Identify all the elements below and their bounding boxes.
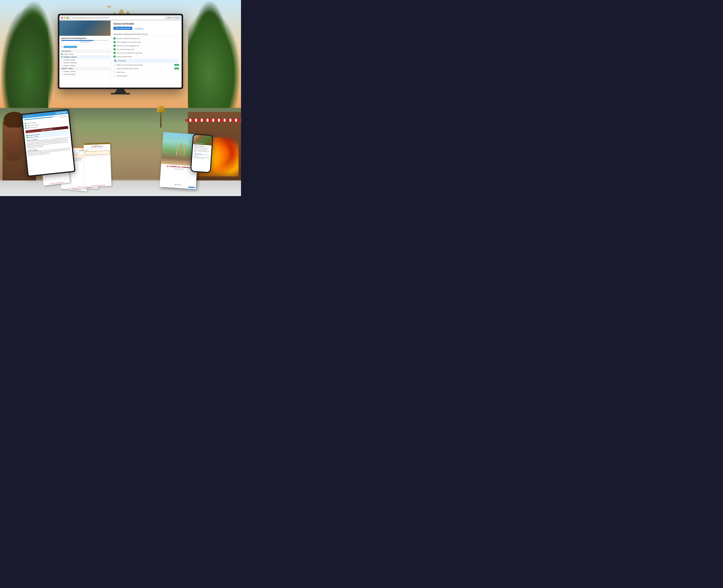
your-instructor-section: Your Instructor [59,50,111,53]
start-next-row: Start next lecture ▶ #AStoryADay [113,27,179,31]
ipad-nav-buttons: Complete and continue [55,111,67,114]
check-icon-works: ✓ [113,48,116,50]
iphone-hero-image: El Parque del Retiro [193,135,212,146]
lesson-check-c9-1 [61,70,63,72]
story-a-day-tag[interactable]: #AStoryADay [133,28,145,30]
curriculum-item-title: Welcome to Spanish Uncovered (1:31) [117,38,140,39]
wb2-footer: Chapter 9: Grammar Workbook [85,184,111,186]
check-icon-navigate: ✓ [113,41,116,43]
curriculum-items-list: ✓ Welcome to Spanish Uncovered (1:31) ✓ … [113,37,179,78]
curriculum-tandem[interactable]: ✓ Finding a Tandem Partner [113,55,179,59]
start-next-lecture-btn[interactable]: Start next lecture ▶ [113,27,132,30]
curriculum-navigate[interactable]: ✓ How to Navigate The Course Area (4:02) [113,40,179,44]
ipad-active-check-2 [27,137,28,139]
browser-url-bar[interactable]: iwillteachyoualanguage.teachable.com/cou… [71,16,165,19]
course-hero-bg [59,21,111,36]
main-content: iwillteachyoualanguage.teachable.com/cou… [0,0,241,196]
course-main-content: Course Curriculum Start next lecture ▶ #… [111,21,182,88]
lesson-title: Actividad 1: Listening [64,71,75,72]
book-tower-3 [184,145,185,156]
start-next-label: Start next lecture [116,27,128,29]
sidebar-lesson-2[interactable]: Actividad 2: Reading [59,59,111,61]
wb2-box [85,151,110,155]
curriculum-item-title: Refer a friend [117,71,125,73]
curriculum-welcome[interactable]: ✓ Welcome to Spanish Uncovered (1:31) [113,37,179,40]
iphone-screen: El Parque del Retiro Activity 1: Listeni… [191,135,212,172]
course-curriculum-heading: Course Curriculum [113,22,179,25]
ipad-container: ← Previous Lecture Complete and continue… [21,109,76,177]
lesson-check-empty-3 [61,65,63,66]
curriculum-language[interactable]: ✓ How to Learn a New Language (2:19) [113,44,179,47]
lesson-title: Actividad 1: Listening [64,56,77,58]
ipad-lesson-title: Capítulo 3: En el Hotel [27,126,38,128]
ipad-device: ← Previous Lecture Complete and continue… [21,109,76,177]
start-button-grammar[interactable]: Start [174,68,179,69]
ipad-prev-lecture-btn[interactable]: ← Previous Lecture [24,115,33,117]
screen-content: Spanish Uncovered (Beginner) 68% COMPLET… [59,21,182,88]
curriculum-item-title: A Word On Spanish Grammar (4:35) [117,68,139,69]
ipad-lesson-title: Capítulo 1: Llegada [27,122,36,124]
ipad-screen: ← Previous Lecture Complete and continue… [22,110,74,175]
sidebar-lesson-bilbao[interactable]: Capítulo 8: Bilbao [59,53,111,56]
browser-dot-green[interactable] [67,17,68,19]
publisher-logo: StoryLearning [188,187,195,188]
curriculum-storyaday[interactable]: #AStoryADay [113,59,179,63]
curriculum-support[interactable]: Technical Support [113,74,179,78]
curriculum-bonus[interactable]: BONUS: 100 Most Common Spanish Words Sta… [113,63,179,67]
monitor-stand [115,89,126,93]
curriculum-item-title: Technical Support [117,75,128,77]
lesson-check-c9-2 [61,74,63,75]
lesson-check-empty-2 [61,62,63,63]
arrow-icon: ▶ [129,27,130,29]
ipad-check-3 [25,127,26,129]
browser-dot-yellow[interactable] [64,17,65,19]
iphone-device: El Parque del Retiro Activity 1: Listeni… [190,134,213,173]
progress-bar-fill [61,40,93,41]
start-button-bonus[interactable]: Start [174,64,179,66]
check-icon-grammar [113,67,116,70]
course-sidebar: Spanish Uncovered (Beginner) 68% COMPLET… [59,21,111,88]
book-tower-1 [176,146,178,155]
admin-text: Admin [168,17,171,19]
browser-dot-red[interactable] [61,17,63,19]
sidebar-lesson-grammar[interactable]: Actividad 4: Grammar [59,64,111,67]
lesson-check-complete [61,53,63,55]
curriculum-item-title: Finding a Tandem Partner [117,56,132,57]
curriculum-item-title: How To Use The Worksheets & Take Notes [117,52,142,54]
sidebar-curriculum-nav: ☰ Course Curriculum [59,44,111,50]
check-icon-tandem: ✓ [113,56,116,58]
sidebar-lesson-vocab[interactable]: Actividad 3: Vocabulary [59,61,111,64]
wb3-footer: Chapter 9: Vocabulary Workbook [71,186,98,188]
lesson-title: Actividad 2: Reading [64,59,75,61]
curriculum-works[interactable]: ✓ How the Course Works (3:13) [113,47,179,51]
novel-author: Olly Richards [160,183,196,187]
curriculum-item-title: How to Navigate The Course Area (4:02) [117,42,141,43]
sidebar-course-title: Spanish Uncovered (Beginner) [61,37,109,39]
iphone-content: Activity 1: Listening Listen to the audi… [192,144,212,161]
sidebar-lesson-active[interactable]: Actividad 1: Listening [59,56,111,59]
sidebar-nav-row: ☰ Course Curriculum [61,45,109,49]
browser-bar: iwillteachyoualanguage.teachable.com/cou… [59,15,182,21]
sidebar-lesson-c9-1[interactable]: Actividad 1: Listening [59,70,111,73]
ipad-complete-continue-btn[interactable]: Complete and continue [55,111,67,114]
progress-bar-container [61,40,109,41]
check-icon-bonus [113,64,116,66]
check-icon-welcome: ✓ [113,37,116,40]
ipad-active-title-2: Actividad 2: Reading [29,136,39,138]
book-tower-2 [180,143,182,156]
curriculum-grammar[interactable]: A Word On Spanish Grammar (4:35) Start [113,67,179,70]
monitor: iwillteachyoualanguage.teachable.com/cou… [58,14,183,89]
sidebar-hero-image [59,21,111,36]
sidebar-lesson-c9-2[interactable]: Actividad 2: Reading [59,73,111,76]
ipad-check-2 [25,125,26,126]
lesson-title: Actividad 4: Grammar [64,65,76,66]
publisher-name: StoryLearning [188,187,195,188]
course-curriculum-btn[interactable]: Course Curriculum [64,46,77,48]
curriculum-item-title: How the Course Works (3:13) [117,49,134,50]
lesson-title: Actividad 3: Vocabulary [64,62,77,63]
monitor-base [111,93,130,94]
lesson-title: Capítulo 8: Bilbao [64,54,73,55]
curriculum-worksheets[interactable]: ✓ How To Use The Worksheets & Take Notes [113,51,179,55]
iphone-activity-text: Listen to the audio recording below of c… [194,147,211,154]
curriculum-refer[interactable]: Refer a friend [113,70,179,74]
